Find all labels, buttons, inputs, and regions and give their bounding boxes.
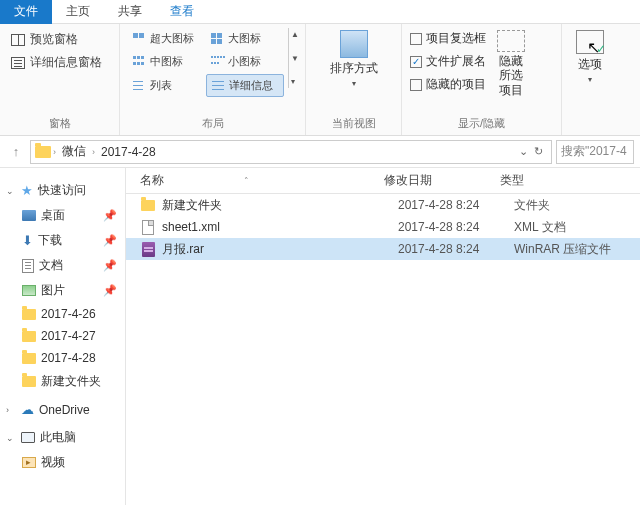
sidebar-onedrive[interactable]: › ☁ OneDrive — [0, 398, 125, 421]
layout-scroll-more[interactable]: ▾ — [291, 77, 299, 86]
file-date: 2017-4-28 8:24 — [398, 242, 514, 256]
panes-group-label: 窗格 — [8, 114, 111, 133]
details-pane-icon — [10, 56, 26, 70]
ribbon: 预览窗格 详细信息窗格 窗格 超大图标 大图标 — [0, 24, 640, 136]
details-icon — [212, 80, 226, 92]
sidebar-item-pictures[interactable]: 图片 📌 — [0, 278, 125, 303]
layout-extra-large[interactable]: 超大图标 — [128, 28, 206, 49]
folder-icon — [141, 200, 155, 211]
sidebar-video-label: 视频 — [41, 454, 65, 471]
file-row[interactable]: 月报.rar2017-4-28 8:24WinRAR 压缩文件 — [126, 238, 640, 260]
search-input[interactable]: 搜索"2017-4 — [556, 140, 634, 164]
address-bar: ↑ › 微信 › 2017-4-28 ⌄ ↻ 搜索"2017-4 — [0, 136, 640, 168]
refresh-button[interactable]: ↻ — [534, 145, 543, 158]
file-name: sheet1.xml — [162, 220, 398, 234]
breadcrumb[interactable]: › 微信 › 2017-4-28 ⌄ ↻ — [30, 140, 552, 164]
medium-icon — [133, 56, 147, 68]
column-header-type[interactable]: 类型 — [500, 172, 640, 189]
sidebar-item-downloads[interactable]: ⬇ 下载 📌 — [0, 228, 125, 253]
details-pane-button[interactable]: 详细信息窗格 — [8, 51, 104, 74]
list-icon — [133, 80, 147, 92]
sidebar-item-folder-1[interactable]: 2017-4-26 — [0, 303, 125, 325]
sidebar-documents-label: 文档 — [39, 257, 63, 274]
sidebar-item-video[interactable]: 视频 — [0, 450, 125, 475]
pc-icon — [21, 432, 35, 443]
breadcrumb-dropdown[interactable]: ⌄ — [519, 145, 528, 158]
sidebar-folder1-label: 2017-4-26 — [41, 307, 96, 321]
hide-selected-button[interactable]: 隐藏 所选项目 — [490, 28, 532, 99]
layout-large[interactable]: 大图标 — [206, 28, 284, 49]
breadcrumb-seg-2[interactable]: 2017-4-28 — [97, 145, 160, 159]
layout-small[interactable]: 小图标 — [206, 51, 284, 72]
chevron-right-icon: › — [53, 147, 56, 157]
preview-pane-icon — [10, 33, 26, 47]
sidebar-pc-label: 此电脑 — [40, 429, 76, 446]
pin-icon: 📌 — [103, 284, 117, 297]
file-type: XML 文档 — [514, 219, 566, 236]
tab-view[interactable]: 查看 — [156, 0, 208, 24]
options-button[interactable]: 选项 ▾ — [570, 28, 610, 86]
sidebar-this-pc[interactable]: ⌄ 此电脑 — [0, 425, 125, 450]
extra-large-icon — [133, 33, 147, 45]
small-icon — [211, 56, 225, 68]
checkbox-item-checkboxes[interactable]: 项目复选框 — [410, 28, 486, 49]
sidebar-item-desktop[interactable]: 桌面 📌 — [0, 203, 125, 228]
options-group-label — [570, 117, 610, 133]
hide-selected-label: 隐藏 所选项目 — [494, 54, 528, 97]
file-row[interactable]: sheet1.xml2017-4-28 8:24XML 文档 — [126, 216, 640, 238]
layout-details-label: 详细信息 — [229, 78, 273, 93]
sidebar-downloads-label: 下载 — [38, 232, 62, 249]
sidebar-quick-label: 快速访问 — [38, 182, 86, 199]
layout-medium[interactable]: 中图标 — [128, 51, 206, 72]
tab-share[interactable]: 共享 — [104, 0, 156, 24]
file-list-header: 名称 ˄ 修改日期 类型 — [126, 168, 640, 194]
checkbox-item-hidden[interactable]: 隐藏的项目 — [410, 74, 486, 95]
checkbox-icon — [410, 33, 422, 45]
column-header-name[interactable]: 名称 ˄ — [126, 172, 384, 189]
options-label: 选项 — [578, 56, 602, 73]
checkbox-label-extensions: 文件扩展名 — [426, 53, 486, 70]
star-icon: ★ — [21, 183, 33, 198]
folder-icon — [22, 309, 36, 320]
checkbox-icon: ✓ — [410, 56, 422, 68]
layout-scroll: ▲ ▼ ▾ — [288, 28, 301, 88]
sort-icon — [340, 30, 368, 58]
layout-large-label: 大图标 — [228, 31, 261, 46]
sidebar-item-folder-2[interactable]: 2017-4-27 — [0, 325, 125, 347]
sidebar-onedrive-label: OneDrive — [39, 403, 90, 417]
sidebar-folder4-label: 新建文件夹 — [41, 373, 101, 390]
sidebar-item-folder-4[interactable]: 新建文件夹 — [0, 369, 125, 394]
file-date: 2017-4-28 8:24 — [398, 220, 514, 234]
layout-list[interactable]: 列表 — [128, 74, 206, 97]
breadcrumb-seg-1[interactable]: 微信 — [58, 143, 90, 160]
sidebar-folder2-label: 2017-4-27 — [41, 329, 96, 343]
layout-details[interactable]: 详细信息 — [206, 74, 284, 97]
column-header-date[interactable]: 修改日期 — [384, 172, 500, 189]
layout-scroll-up[interactable]: ▲ — [291, 30, 299, 39]
collapse-icon: ⌄ — [6, 186, 16, 196]
checkbox-item-extensions[interactable]: ✓ 文件扩展名 — [410, 51, 486, 72]
pin-icon: 📌 — [103, 234, 117, 247]
sidebar-quick-access[interactable]: ⌄ ★ 快速访问 — [0, 178, 125, 203]
layout-scroll-down[interactable]: ▼ — [291, 54, 299, 63]
sidebar-item-folder-3[interactable]: 2017-4-28 — [0, 347, 125, 369]
file-list: 名称 ˄ 修改日期 类型 新建文件夹2017-4-28 8:24文件夹sheet… — [126, 168, 640, 505]
layout-group-label: 布局 — [128, 114, 297, 133]
rar-file-icon — [142, 242, 155, 257]
sidebar-desktop-label: 桌面 — [41, 207, 65, 224]
tab-file[interactable]: 文件 — [0, 0, 52, 24]
xml-file-icon — [142, 220, 154, 235]
layout-medium-label: 中图标 — [150, 54, 183, 69]
preview-pane-button[interactable]: 预览窗格 — [8, 28, 80, 51]
sort-arrow-icon: ˄ — [244, 176, 249, 186]
sort-button[interactable]: 排序方式 ▾ — [326, 28, 382, 90]
pin-icon: 📌 — [103, 209, 117, 222]
nav-up-button[interactable]: ↑ — [6, 142, 26, 162]
checkbox-label-checkboxes: 项目复选框 — [426, 30, 486, 47]
pictures-icon — [22, 285, 36, 296]
large-icon — [211, 33, 225, 45]
sort-label: 排序方式 — [330, 60, 378, 77]
tab-home[interactable]: 主页 — [52, 0, 104, 24]
sidebar-item-documents[interactable]: 文档 📌 — [0, 253, 125, 278]
file-row[interactable]: 新建文件夹2017-4-28 8:24文件夹 — [126, 194, 640, 216]
